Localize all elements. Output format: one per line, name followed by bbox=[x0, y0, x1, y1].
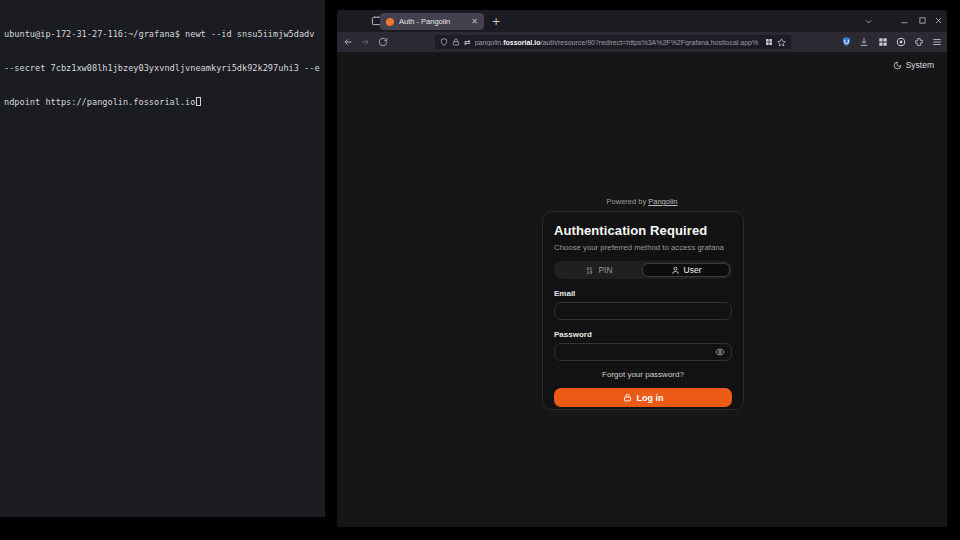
browser-toolbar: ⇄ pangolin.fossorial.io/auth/resource/90… bbox=[337, 32, 947, 52]
terminal-output: ubuntu@ip-172-31-27-116:~/grafana$ newt … bbox=[0, 0, 325, 131]
terminal-line: ndpoint https://pangolin.fossorial.io bbox=[4, 97, 322, 108]
new-tab-button[interactable]: + bbox=[489, 14, 503, 28]
extension-icon[interactable] bbox=[914, 37, 924, 47]
tab-user[interactable]: User bbox=[642, 263, 730, 277]
powered-by: Powered by Pangolin bbox=[337, 197, 947, 206]
download-icon[interactable] bbox=[859, 37, 869, 47]
password-field[interactable] bbox=[554, 343, 732, 361]
maximize-button[interactable] bbox=[918, 16, 927, 25]
extensions-grid-icon[interactable] bbox=[878, 37, 888, 47]
lock-icon bbox=[623, 393, 632, 402]
url-bar[interactable]: ⇄ pangolin.fossorial.io/auth/resource/90… bbox=[435, 35, 791, 49]
terminal-line: --secret 7cbz1xw08lh1jbzey03yxvndljvneam… bbox=[4, 63, 322, 74]
eye-icon[interactable] bbox=[715, 347, 725, 357]
grid-icon[interactable] bbox=[765, 38, 773, 46]
browser-window: Auth - Pangolin ✕ + bbox=[337, 10, 947, 527]
moon-icon bbox=[893, 61, 902, 70]
forward-icon[interactable] bbox=[360, 37, 370, 47]
minimize-button[interactable] bbox=[900, 16, 909, 25]
url-text: pangolin.fossorial.io/auth/resource/90?r… bbox=[475, 39, 761, 46]
terminal-line: ubuntu@ip-172-31-27-116:~/grafana$ newt … bbox=[4, 29, 322, 40]
forgot-password-link[interactable]: Forgot your password? bbox=[554, 370, 732, 379]
theme-switcher[interactable]: System bbox=[893, 60, 934, 70]
browser-tab[interactable]: Auth - Pangolin ✕ bbox=[380, 13, 484, 30]
card-title: Authentication Required bbox=[554, 223, 732, 238]
lock-icon[interactable] bbox=[452, 38, 460, 46]
binary-icon bbox=[585, 266, 594, 275]
bookmark-star-icon[interactable] bbox=[777, 38, 786, 47]
tab-title: Auth - Pangolin bbox=[399, 17, 466, 26]
refresh-icon[interactable] bbox=[378, 37, 388, 47]
shield-icon[interactable] bbox=[440, 38, 448, 46]
ublock-icon[interactable] bbox=[841, 36, 852, 47]
auth-method-tabs: PIN User bbox=[554, 261, 732, 279]
menu-hamburger-icon[interactable] bbox=[932, 37, 942, 47]
user-icon bbox=[671, 266, 680, 275]
back-icon[interactable] bbox=[343, 37, 353, 47]
list-tabs-chevron-icon[interactable] bbox=[864, 17, 873, 26]
switch-icon[interactable]: ⇄ bbox=[464, 38, 471, 47]
pangolin-favicon bbox=[386, 18, 394, 26]
auth-page: System Powered by Pangolin Authenticatio… bbox=[337, 52, 947, 527]
tab-close-icon[interactable]: ✕ bbox=[471, 17, 478, 26]
privacy-ring-icon[interactable] bbox=[896, 37, 906, 47]
close-window-button[interactable] bbox=[934, 16, 943, 25]
password-label: Password bbox=[554, 330, 732, 339]
terminal-cursor bbox=[196, 97, 201, 106]
tab-pin[interactable]: PIN bbox=[556, 263, 642, 277]
email-label: Email bbox=[554, 289, 732, 298]
auth-card: Authentication Required Choose your pref… bbox=[542, 211, 744, 410]
terminal-window[interactable]: ubuntu@ip-172-31-27-116:~/grafana$ newt … bbox=[0, 0, 325, 517]
theme-label: System bbox=[906, 60, 934, 70]
pangolin-link[interactable]: Pangolin bbox=[648, 197, 677, 206]
card-subtitle: Choose your preferred method to access g… bbox=[554, 243, 732, 252]
login-button[interactable]: Log in bbox=[554, 388, 732, 407]
email-field[interactable] bbox=[554, 302, 732, 320]
browser-titlebar: Auth - Pangolin ✕ + bbox=[337, 10, 947, 32]
